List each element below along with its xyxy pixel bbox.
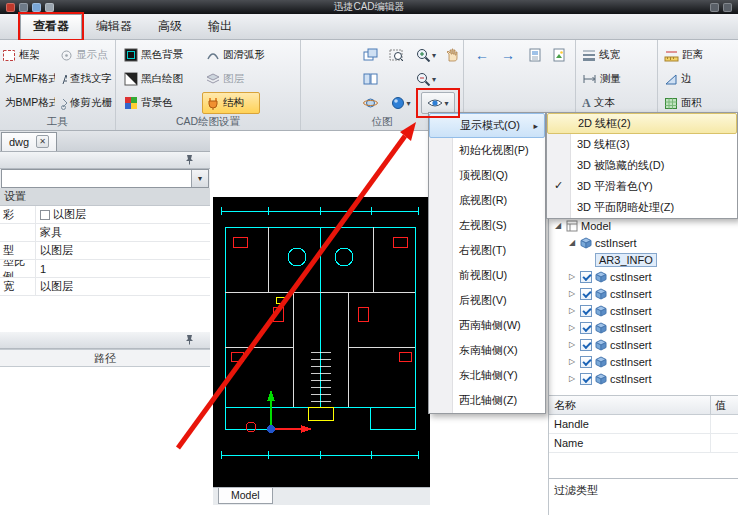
expand-closed-icon[interactable]: ▷ [567, 357, 577, 366]
filter-type-bar[interactable]: 过滤类型 [549, 478, 738, 502]
visibility-checkbox[interactable] [580, 356, 592, 368]
submenu-item-3d-wireframe[interactable]: 3D 线框(3) [547, 134, 737, 155]
named-view-button[interactable] [524, 44, 546, 66]
full-view-button[interactable] [548, 44, 570, 66]
property-row-color[interactable]: 彩 以图层 [0, 206, 210, 224]
tab-output[interactable]: 输出 [196, 15, 244, 39]
submenu-item-3d-hidden-lines[interactable]: 3D 被隐藏的线(D) [547, 155, 737, 176]
expand-open-icon[interactable]: ◢ [567, 238, 577, 247]
undo-icon[interactable] [32, 3, 41, 12]
menu-item-left-view[interactable]: 左视图(S) [429, 213, 545, 238]
area-button[interactable]: 面积 [660, 92, 706, 114]
view-page-icon [528, 48, 542, 62]
measure-button[interactable]: 测量 [578, 68, 625, 90]
tree-item-cstinsert[interactable]: ▷ cstInsert [549, 336, 738, 353]
show-point-button[interactable]: 显示点 [56, 44, 116, 66]
visibility-checkbox[interactable] [580, 288, 592, 300]
find-text-button[interactable]: 查找文字 [56, 68, 116, 90]
tree-item-cstinsert[interactable]: ▷ cstInsert [549, 268, 738, 285]
expand-closed-icon[interactable]: ▷ [567, 374, 577, 383]
black-background-button[interactable]: 黑色背景 [120, 44, 187, 66]
document-tab-dwg[interactable]: dwg ✕ [1, 132, 57, 151]
zoom-window-button[interactable] [385, 44, 407, 66]
frame-button[interactable]: 框架 [0, 44, 54, 66]
orbit-3d-button[interactable] [359, 92, 381, 114]
menu-item-se-iso[interactable]: 东南轴侧(X) [429, 338, 545, 363]
layers-button[interactable]: 图层 [202, 68, 248, 90]
close-document-icon[interactable]: ✕ [36, 135, 49, 148]
expand-closed-icon[interactable]: ▷ [567, 272, 577, 281]
drawing-canvas[interactable] [213, 197, 430, 487]
tree-item-cstinsert[interactable]: ▷ cstInsert [549, 353, 738, 370]
menu-item-right-view[interactable]: 右视图(T) [429, 238, 545, 263]
trim-raster-button[interactable]: 修剪光栅 [56, 92, 116, 114]
to-bmp-button[interactable]: 为BMP格式 [0, 92, 56, 114]
property-row-layer[interactable]: 家具 [0, 224, 210, 242]
text-button[interactable]: A 文本 [578, 92, 619, 114]
visibility-checkbox[interactable] [580, 339, 592, 351]
next-view-button[interactable]: → [496, 44, 520, 66]
to-emf-button[interactable]: 为EMF格式 [0, 68, 56, 90]
menu-item-back-view[interactable]: 后视图(V) [429, 288, 545, 313]
property-row-lineweight[interactable]: 宽 以图层 [0, 278, 210, 296]
line-width-button[interactable]: 线宽 [578, 44, 624, 66]
zoom-out-button[interactable]: ▾ [411, 68, 441, 90]
property-row-linetype-scale[interactable]: 型比例 1 [0, 260, 210, 278]
tile-icon [363, 72, 378, 86]
zoom-in-button[interactable]: ▾ [411, 44, 441, 66]
tab-advanced[interactable]: 高级 [146, 15, 194, 39]
menu-item-top-view[interactable]: 顶视图(Q) [429, 163, 545, 188]
tree-item-model[interactable]: ◢ Model [549, 217, 738, 234]
app-icon [6, 3, 15, 12]
menu-item-nw-iso[interactable]: 西北轴侧(Z) [429, 388, 545, 413]
menu-item-init-view[interactable]: 初始化视图(P) [429, 138, 545, 163]
expand-open-icon[interactable]: ◢ [553, 221, 563, 230]
save-icon[interactable] [19, 3, 28, 12]
submenu-item-2d-wireframe[interactable]: 2D 线框(2) [547, 113, 737, 134]
menu-item-ne-iso[interactable]: 东北轴侧(Y) [429, 363, 545, 388]
previous-view-button[interactable]: ← [470, 44, 494, 66]
visibility-checkbox[interactable] [580, 305, 592, 317]
tree-item-cstinsert[interactable]: ▷ cstInsert [549, 370, 738, 387]
tree-item-cstinsert[interactable]: ▷ cstInsert [549, 302, 738, 319]
detail-row-name[interactable]: Name [549, 434, 738, 453]
pan-hand-button[interactable] [442, 44, 462, 66]
tab-editor[interactable]: 编辑器 [84, 15, 144, 39]
distance-button[interactable]: 距离 [660, 44, 707, 66]
render-mode-button[interactable]: ▾ [387, 92, 415, 114]
expand-closed-icon[interactable]: ▷ [567, 323, 577, 332]
tile-windows-button[interactable] [359, 68, 381, 90]
visibility-checkbox[interactable] [580, 322, 592, 334]
bw-drawing-button[interactable]: 黑白绘图 [120, 68, 187, 90]
pin-icon[interactable] [184, 334, 195, 347]
pin-icon[interactable] [184, 154, 195, 167]
tree-item-ar3-info[interactable]: AR3_INFO [549, 251, 738, 268]
cascade-windows-button[interactable] [359, 44, 381, 66]
property-filter-combobox[interactable]: ▾ [1, 169, 209, 188]
tree-item-cstinsert-open[interactable]: ◢ cstInsert [549, 234, 738, 251]
expand-closed-icon[interactable]: ▷ [567, 340, 577, 349]
menu-item-sw-iso[interactable]: 西南轴侧(W) [429, 313, 545, 338]
menu-item-front-view[interactable]: 前视图(U) [429, 263, 545, 288]
detail-row-handle[interactable]: Handle [549, 415, 738, 434]
redo-icon[interactable] [45, 3, 54, 12]
layout-tab-model[interactable]: Model [218, 488, 273, 504]
menu-item-bottom-view[interactable]: 底视图(R) [429, 188, 545, 213]
property-row-linetype[interactable]: 型 以图层 [0, 242, 210, 260]
block-cube-icon [595, 356, 607, 368]
edge-button[interactable]: 边 [660, 68, 696, 90]
submenu-item-3d-flat-shading[interactable]: 3D 平面阴暗处理(Z) [547, 197, 737, 218]
visibility-checkbox[interactable] [580, 373, 592, 385]
structure-button[interactable]: 结构 [202, 92, 260, 114]
tree-item-cstinsert[interactable]: ▷ cstInsert [549, 319, 738, 336]
smooth-arc-button[interactable]: 圆滑弧形 [202, 44, 269, 66]
property-category: 设置 [0, 188, 210, 206]
tree-item-cstinsert[interactable]: ▷ cstInsert [549, 285, 738, 302]
background-color-button[interactable]: 背景色 [120, 92, 177, 114]
tab-viewer[interactable]: 查看器 [20, 14, 82, 39]
visibility-checkbox[interactable] [580, 271, 592, 283]
combo-dropdown-icon[interactable]: ▾ [191, 170, 208, 187]
expand-closed-icon[interactable]: ▷ [567, 306, 577, 315]
submenu-item-3d-smooth-shading[interactable]: ✓ 3D 平滑着色(Y) [547, 176, 737, 197]
expand-closed-icon[interactable]: ▷ [567, 289, 577, 298]
